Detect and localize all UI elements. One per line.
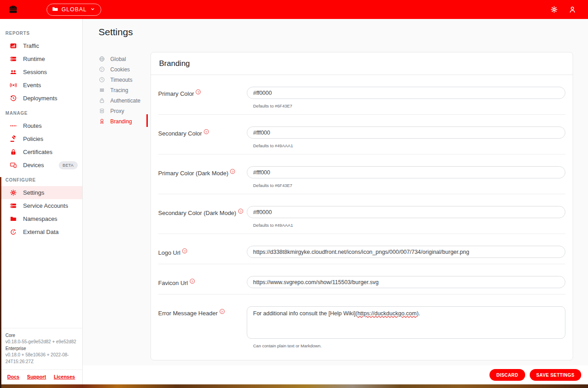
sidebar-item-label: Namespaces [23,215,57,222]
service-accounts-icon [9,202,17,210]
sidebar-item-namespaces[interactable]: Namespaces [0,212,82,225]
tab-timeouts[interactable]: Timeouts [99,75,147,85]
tab-label: Timeouts [110,77,132,83]
org-switcher[interactable]: GLOBAL [47,4,101,16]
topbar: GLOBAL [0,0,588,19]
tab-cookies[interactable]: Cookies [99,64,147,75]
help-icon[interactable]: ? [196,89,201,94]
sidebar-item-traffic[interactable]: Traffic [0,39,82,52]
devices-icon [9,162,17,169]
field-label: Secondary Color (Dark Mode)? [158,206,247,228]
help-icon[interactable]: ? [220,309,225,314]
policies-gavel-icon [9,136,17,143]
sidebar-item-events[interactable]: Events [0,79,82,92]
sidebar-item-label: Deployments [23,95,57,102]
field-helper-text: Defaults to #6F43E7 [253,183,565,188]
sidebar-item-policies[interactable]: Policies [0,132,82,145]
cookie-icon [99,66,105,73]
sidebar-item-runtime[interactable]: Runtime [0,52,82,65]
main-content: Settings Global Cookies [83,19,588,384]
settings-subnav: Global Cookies Timeouts [99,52,147,126]
card-title: Branding [151,52,573,75]
page-title: Settings [99,27,573,37]
help-icon[interactable]: ? [230,169,235,174]
form-row-favicon-url: Favicon Url? [158,264,565,295]
sidebar-item-routes[interactable]: Routes [0,119,82,132]
org-switcher-label: GLOBAL [61,6,87,13]
deployments-history-icon [9,95,17,102]
help-icon[interactable]: ? [182,248,187,253]
sidebar: REPORTS Traffic Runtime Sessions [0,19,83,384]
sidebar-item-label: Service Accounts [23,202,68,209]
form-row-error-message-header: Error Message Header? For additional inf… [158,295,565,360]
form-row-secondary-color: Secondary Color? Defaults to #49AAA1 [158,115,565,154]
sidebar-item-label: Sessions [23,69,47,75]
sidebar-item-label: Runtime [23,56,45,62]
tab-global[interactable]: Global [99,54,147,64]
spellcheck-underlined-url: https://duckduckgo.com [358,310,417,317]
burger-logo-icon[interactable] [8,4,19,15]
active-tab-indicator [146,114,148,127]
sidebar-item-service-accounts[interactable]: Service Accounts [0,199,82,212]
routes-icon [9,122,17,130]
branding-card: Branding Primary Color? Defaults to #6F4… [151,52,573,360]
core-version-label: Core [5,332,77,339]
favicon-url-input[interactable] [247,276,565,288]
section-title-manage: MANAGE [5,111,82,116]
enterprise-version-label: Enterprise [5,346,77,352]
primary-color-dark-input[interactable] [247,166,565,178]
sidebar-item-external-data[interactable]: External Data [0,225,82,238]
help-icon[interactable]: ? [238,209,243,214]
discard-button[interactable]: DISCARD [489,369,525,381]
sidebar-item-devices[interactable]: Devices BETA [0,159,82,172]
form-actions-bar: DISCARD SAVE SETTINGS [83,365,588,384]
tab-label: Branding [110,118,132,125]
sidebar-item-label: Devices [23,162,44,168]
user-icon[interactable] [569,6,576,14]
tab-authenticate[interactable]: Authenticate [99,95,147,106]
tab-proxy[interactable]: Proxy [99,106,147,116]
licenses-link[interactable]: Licenses [54,374,75,379]
support-link[interactable]: Support [27,374,46,379]
sidebar-item-settings[interactable]: Settings [0,186,82,199]
events-broadcast-icon [9,82,17,89]
tab-tracing[interactable]: Tracing [99,85,147,95]
tab-label: Proxy [110,108,124,114]
sidebar-item-certificates[interactable]: Certificates [0,145,82,159]
runtime-icon [9,56,17,63]
help-icon[interactable]: ? [204,129,209,134]
sidebar-item-sessions[interactable]: Sessions [0,65,82,79]
field-label: Secondary Color? [158,126,247,148]
sidebar-item-deployments[interactable]: Deployments [0,92,82,105]
version-info: Core v0.18.0-55-ge9e52d82 + e9e52d82 Ent… [0,328,82,370]
tab-label: Tracing [110,87,128,93]
field-label: Error Message Header? [158,306,247,348]
help-icon[interactable]: ? [190,279,195,284]
background-photo-strip [0,384,588,388]
sidebar-footer-links: Docs Support Licenses [0,369,82,384]
form-row-primary-color: Primary Color? Defaults to #6F43E7 [158,75,565,115]
form-row-logo-url: Logo Url? [158,234,565,264]
secondary-color-dark-input[interactable] [247,206,565,218]
sidebar-item-label: Routes [23,122,42,129]
tab-label: Global [110,56,126,62]
sidebar-item-label: Events [23,82,41,89]
secondary-color-input[interactable] [247,126,565,139]
error-message-header-input[interactable]: For additional info consult the [Help Wi… [247,306,565,339]
gear-icon[interactable] [550,6,558,13]
field-helper-text: Defaults to #49AAA1 [253,143,565,148]
enterprise-version-value: v0.18.0 + 58e10636 + 2022-08-24T15:26:27… [5,352,77,365]
sidebar-item-label: Certificates [23,149,52,155]
tab-branding[interactable]: Branding [99,116,147,126]
field-label: Favicon Url? [158,276,247,288]
docs-link[interactable]: Docs [7,374,19,379]
lock-outline-icon [99,98,105,104]
beta-badge: BETA [59,161,78,169]
save-settings-button[interactable]: SAVE SETTINGS [530,369,581,381]
external-data-sync-icon [9,229,17,236]
form-row-secondary-color-dark: Secondary Color (Dark Mode)? Defaults to… [158,194,565,234]
sidebar-item-label: Settings [23,189,44,196]
logo-url-input[interactable] [247,246,565,258]
primary-color-input[interactable] [247,87,565,99]
tab-label: Authenticate [110,98,141,104]
